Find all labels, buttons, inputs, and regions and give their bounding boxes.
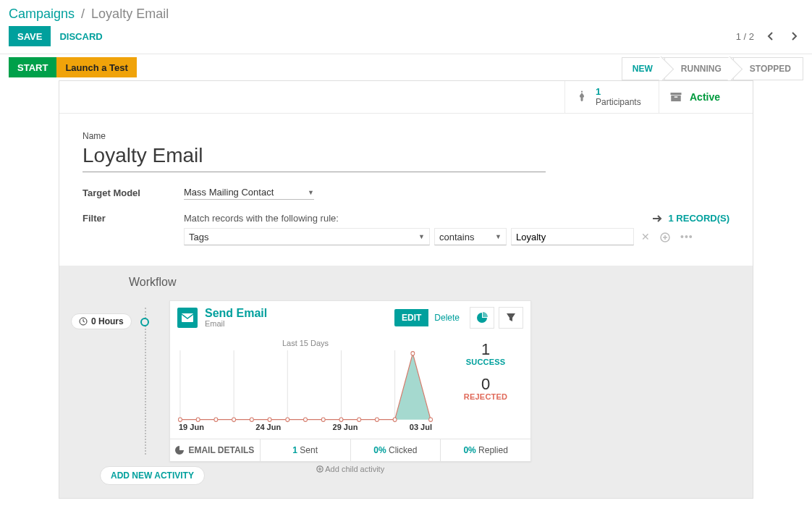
filter-hint: Match records with the following rule: bbox=[184, 213, 339, 224]
launch-test-button[interactable]: Launch a Test bbox=[56, 57, 136, 77]
chart-title: Last 15 Days bbox=[177, 339, 434, 347]
plus-circle-icon bbox=[660, 232, 670, 242]
timeline-dot bbox=[140, 318, 149, 326]
participants-count: 1 bbox=[596, 87, 641, 97]
success-count: 1 bbox=[444, 342, 528, 358]
status-step-stopped[interactable]: STOPPED bbox=[734, 57, 803, 80]
pager-next-button[interactable] bbox=[786, 28, 803, 45]
replied-stat[interactable]: 0% Replied bbox=[441, 439, 530, 461]
active-label: Active bbox=[690, 91, 720, 103]
filter-label: Filter bbox=[83, 213, 184, 224]
rejected-label: REJECTED bbox=[444, 392, 528, 401]
status-step-new[interactable]: NEW bbox=[622, 57, 665, 80]
timeline-line bbox=[145, 308, 146, 455]
name-input[interactable] bbox=[83, 143, 546, 172]
name-label: Name bbox=[83, 131, 729, 141]
participants-statbox[interactable]: 1 Participants bbox=[564, 81, 659, 113]
svg-point-21 bbox=[339, 418, 343, 421]
more-rule-button[interactable]: ••• bbox=[677, 231, 696, 242]
filter-operator-select[interactable]: contains▼ bbox=[434, 228, 507, 245]
svg-point-12 bbox=[178, 418, 182, 421]
email-details-button[interactable]: EMAIL DETAILS bbox=[170, 439, 261, 461]
activity-card: Send Email Email EDIT Delete bbox=[169, 300, 531, 462]
caret-down-icon: ▼ bbox=[308, 189, 314, 196]
svg-point-13 bbox=[196, 418, 200, 421]
participants-icon bbox=[575, 90, 588, 104]
svg-rect-3 bbox=[674, 97, 678, 98]
pager-counter: 1 / 2 bbox=[736, 31, 754, 42]
add-rule-button[interactable] bbox=[657, 231, 673, 242]
breadcrumb-root[interactable]: Campaigns bbox=[9, 7, 75, 21]
filter-view-button[interactable] bbox=[499, 307, 523, 329]
svg-point-26 bbox=[429, 418, 433, 421]
clock-icon bbox=[79, 317, 88, 326]
add-new-activity-button[interactable]: ADD NEW ACTIVITY bbox=[100, 466, 205, 485]
chart-plot bbox=[177, 350, 434, 423]
chevron-right-icon bbox=[792, 32, 798, 41]
workflow-title: Workflow bbox=[129, 276, 738, 289]
active-statbox[interactable]: Active bbox=[659, 81, 753, 113]
chevron-left-icon bbox=[767, 32, 773, 41]
caret-down-icon: ▼ bbox=[418, 233, 425, 240]
remove-rule-button[interactable]: ✕ bbox=[638, 231, 653, 242]
chart-xticks: 19 Jun24 Jun29 Jun03 Jul bbox=[177, 423, 434, 434]
svg-point-15 bbox=[232, 418, 236, 421]
svg-point-16 bbox=[250, 418, 253, 421]
svg-point-22 bbox=[358, 418, 361, 421]
pager-prev-button[interactable] bbox=[761, 28, 779, 45]
breadcrumb-sep: / bbox=[81, 7, 85, 21]
svg-point-0 bbox=[581, 90, 583, 92]
svg-point-17 bbox=[268, 418, 271, 421]
workflow-area: Workflow 0 Hours Send Email Email bbox=[59, 266, 753, 498]
mail-icon bbox=[177, 308, 198, 328]
start-button[interactable]: START bbox=[9, 57, 56, 77]
add-child-activity-button[interactable]: Add child activity bbox=[169, 462, 531, 476]
delete-activity-button[interactable]: Delete bbox=[428, 309, 465, 326]
svg-rect-1 bbox=[671, 93, 682, 95]
status-step-running[interactable]: RUNNING bbox=[665, 57, 734, 80]
target-model-select[interactable]: Mass Mailing Contact ▼ bbox=[184, 185, 314, 200]
save-button[interactable]: SAVE bbox=[9, 26, 51, 46]
arrow-right-icon bbox=[652, 214, 662, 223]
breadcrumb-current: Loyalty Email bbox=[91, 7, 169, 21]
chart-view-button[interactable] bbox=[470, 307, 494, 329]
target-model-label: Target Model bbox=[83, 187, 184, 198]
clicked-stat[interactable]: 0% Clicked bbox=[351, 439, 441, 461]
svg-point-24 bbox=[393, 418, 397, 421]
svg-point-18 bbox=[286, 418, 289, 421]
discard-button[interactable]: DISCARD bbox=[59, 31, 102, 42]
activity-title[interactable]: Send Email bbox=[205, 308, 387, 319]
pie-chart-icon bbox=[476, 312, 488, 324]
funnel-icon bbox=[506, 313, 516, 323]
svg-point-25 bbox=[411, 352, 415, 355]
status-bar: NEW RUNNING STOPPED bbox=[622, 57, 803, 80]
pie-small-icon bbox=[175, 446, 184, 455]
archive-icon bbox=[669, 91, 682, 104]
caret-down-icon: ▼ bbox=[495, 233, 502, 240]
participants-label: Participants bbox=[596, 97, 641, 107]
svg-point-20 bbox=[321, 418, 325, 421]
svg-rect-6 bbox=[182, 313, 193, 322]
breadcrumb: Campaigns / Loyalty Email bbox=[0, 0, 812, 22]
filter-field-select[interactable]: Tags▼ bbox=[184, 228, 430, 245]
rejected-count: 0 bbox=[444, 376, 528, 392]
activity-subtitle: Email bbox=[205, 319, 387, 328]
success-label: SUCCESS bbox=[444, 358, 528, 366]
sent-stat[interactable]: 1 Sent bbox=[261, 439, 351, 461]
edit-activity-button[interactable]: EDIT bbox=[394, 309, 428, 326]
time-badge[interactable]: 0 Hours bbox=[71, 313, 132, 329]
plus-circle-icon bbox=[316, 465, 323, 473]
svg-point-23 bbox=[375, 418, 378, 421]
records-link[interactable]: 1 RECORD(S) bbox=[652, 213, 729, 224]
svg-point-19 bbox=[304, 418, 308, 421]
svg-rect-2 bbox=[671, 96, 681, 101]
filter-value-input[interactable] bbox=[511, 228, 634, 245]
svg-point-14 bbox=[214, 418, 218, 421]
